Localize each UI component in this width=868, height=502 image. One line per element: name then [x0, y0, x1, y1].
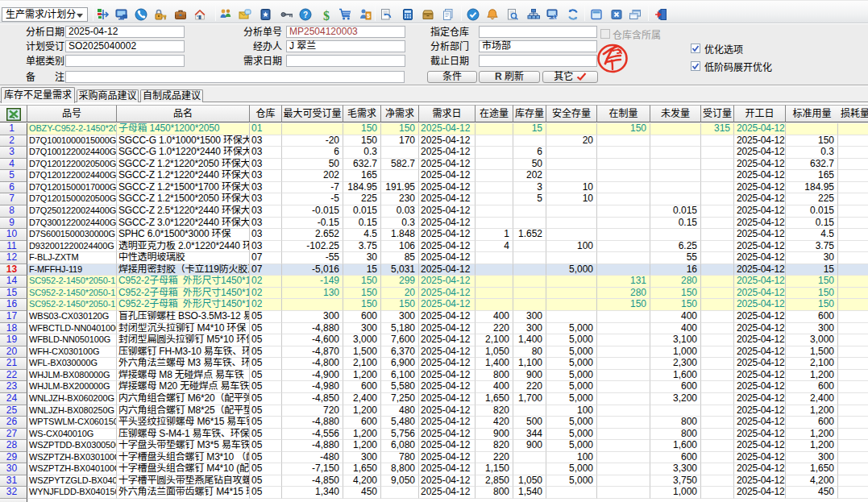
svg-text:?: ? — [303, 10, 308, 19]
svg-text:$: $ — [323, 9, 330, 22]
